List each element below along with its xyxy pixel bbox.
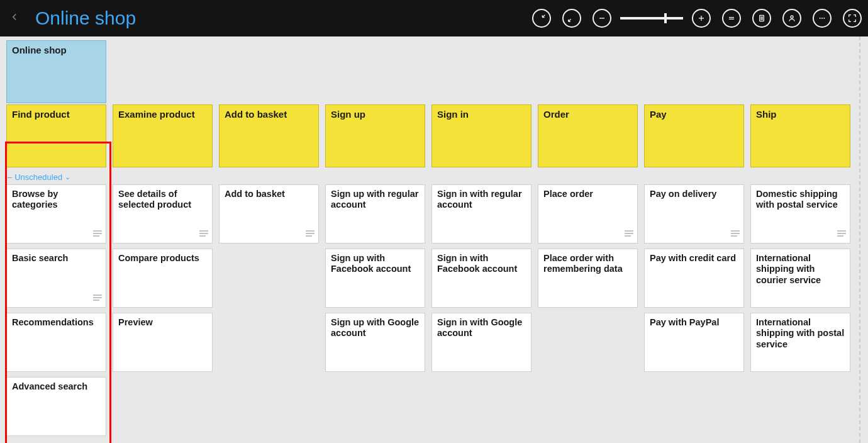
- epic-card[interactable]: Sign in: [431, 104, 531, 167]
- vertical-divider: [859, 36, 860, 443]
- story-column: Place orderPlace order with remembering …: [538, 184, 638, 436]
- clipboard-icon[interactable]: [752, 9, 771, 28]
- svg-rect-32: [837, 233, 846, 234]
- svg-rect-17: [93, 297, 102, 298]
- svg-rect-30: [731, 235, 737, 237]
- epic-card[interactable]: Ship: [750, 104, 850, 167]
- story-column: Sign in with regular accountSign in with…: [431, 184, 531, 436]
- svg-rect-24: [306, 235, 312, 237]
- story-card[interactable]: Sign up with Facebook account: [325, 249, 425, 308]
- svg-point-12: [823, 18, 825, 19]
- story-card[interactable]: Pay with PayPal: [644, 313, 744, 372]
- card-marker-icon: [837, 230, 846, 240]
- epic-card[interactable]: Add to basket: [219, 104, 319, 167]
- expand-icon[interactable]: [562, 9, 581, 28]
- story-column: See details of selected productCompare p…: [113, 184, 213, 436]
- story-card[interactable]: Sign in with Google account: [431, 313, 531, 372]
- svg-rect-16: [93, 294, 102, 296]
- epic-card[interactable]: Examine product: [113, 104, 213, 167]
- header-left: Online shop: [6, 8, 136, 29]
- story-card[interactable]: International shipping with postal servi…: [750, 313, 850, 372]
- story-card[interactable]: Add to basket: [219, 184, 319, 244]
- svg-rect-21: [199, 235, 206, 237]
- story-card[interactable]: Compare products: [113, 249, 213, 308]
- story-card[interactable]: Sign in with regular account: [431, 184, 531, 244]
- svg-point-9: [791, 16, 793, 18]
- svg-point-11: [821, 18, 823, 19]
- story-column: Browse by categoriesBasic searchRecommen…: [6, 184, 106, 436]
- card-marker-icon: [93, 230, 102, 240]
- svg-rect-22: [306, 230, 314, 232]
- chevron-down-icon: ⌄: [65, 173, 70, 181]
- release-label-text: Unscheduled: [14, 172, 62, 182]
- svg-rect-28: [731, 230, 740, 232]
- card-marker-icon: [306, 230, 314, 240]
- svg-rect-18: [93, 300, 99, 301]
- story-card[interactable]: Place order with remembering data: [538, 249, 638, 308]
- svg-rect-14: [93, 233, 102, 234]
- zoom-slider[interactable]: [620, 17, 683, 20]
- more-icon[interactable]: [813, 9, 832, 28]
- stories-grid: Browse by categoriesBasic searchRecommen…: [6, 184, 862, 436]
- story-card[interactable]: Browse by categories: [6, 184, 106, 244]
- story-card[interactable]: Pay on delivery: [644, 184, 744, 244]
- user-icon[interactable]: [782, 9, 801, 28]
- svg-point-10: [820, 18, 821, 19]
- svg-rect-15: [93, 235, 99, 237]
- story-card[interactable]: Sign up with regular account: [325, 184, 425, 244]
- story-map-board: Online shop Find productExamine productA…: [0, 36, 868, 442]
- card-marker-icon: [199, 230, 208, 240]
- epic-card[interactable]: Pay: [644, 104, 744, 167]
- story-card[interactable]: Domestic shipping with postal service: [750, 184, 850, 244]
- story-column: Domestic shipping with postal serviceInt…: [750, 184, 850, 436]
- story-card[interactable]: Advanced search: [6, 377, 106, 436]
- story-column: Pay on deliveryPay with credit cardPay w…: [644, 184, 744, 436]
- story-column: Sign up with regular accountSign up with…: [325, 184, 425, 436]
- fit-icon[interactable]: [722, 9, 741, 28]
- card-marker-icon: [731, 230, 740, 240]
- page-title: Online shop: [35, 8, 136, 29]
- header-right: [532, 9, 862, 28]
- svg-rect-26: [625, 233, 633, 234]
- svg-rect-27: [625, 235, 631, 237]
- svg-rect-25: [625, 230, 633, 232]
- svg-rect-31: [837, 230, 846, 232]
- zoom-slider-thumb[interactable]: [664, 13, 667, 23]
- release-toggle[interactable]: – Unscheduled ⌄: [6, 167, 862, 184]
- story-card[interactable]: Sign up with Google account: [325, 313, 425, 372]
- story-card[interactable]: International shipping with courier serv…: [750, 249, 850, 308]
- card-marker-icon: [625, 230, 633, 240]
- epic-card[interactable]: Sign up: [325, 104, 425, 167]
- story-card[interactable]: Pay with credit card: [644, 249, 744, 308]
- epic-card[interactable]: Order: [538, 104, 638, 167]
- project-card[interactable]: Online shop: [6, 40, 106, 103]
- svg-rect-29: [731, 233, 740, 234]
- fullscreen-icon[interactable]: [843, 9, 862, 28]
- svg-rect-23: [306, 233, 314, 234]
- story-card[interactable]: Place order: [538, 184, 638, 244]
- story-card[interactable]: See details of selected product: [113, 184, 213, 244]
- app-header: Online shop: [0, 0, 868, 36]
- zoom-in-button[interactable]: [692, 9, 711, 28]
- collapse-icon[interactable]: [532, 9, 551, 28]
- svg-rect-20: [199, 233, 208, 234]
- story-card[interactable]: Recommendations: [6, 313, 106, 372]
- svg-rect-13: [93, 230, 102, 232]
- svg-rect-33: [837, 235, 843, 237]
- epic-card[interactable]: Find product: [6, 104, 106, 167]
- back-button[interactable]: [6, 10, 23, 26]
- story-card[interactable]: Sign in with Facebook account: [431, 249, 531, 308]
- story-column: Add to basket: [219, 184, 319, 436]
- story-card[interactable]: Basic search: [6, 249, 106, 308]
- epic-row: Find productExamine productAdd to basket…: [6, 104, 862, 167]
- story-card[interactable]: Preview: [113, 313, 213, 372]
- card-marker-icon: [93, 294, 102, 305]
- svg-rect-19: [199, 230, 208, 232]
- zoom-out-button[interactable]: [593, 9, 611, 28]
